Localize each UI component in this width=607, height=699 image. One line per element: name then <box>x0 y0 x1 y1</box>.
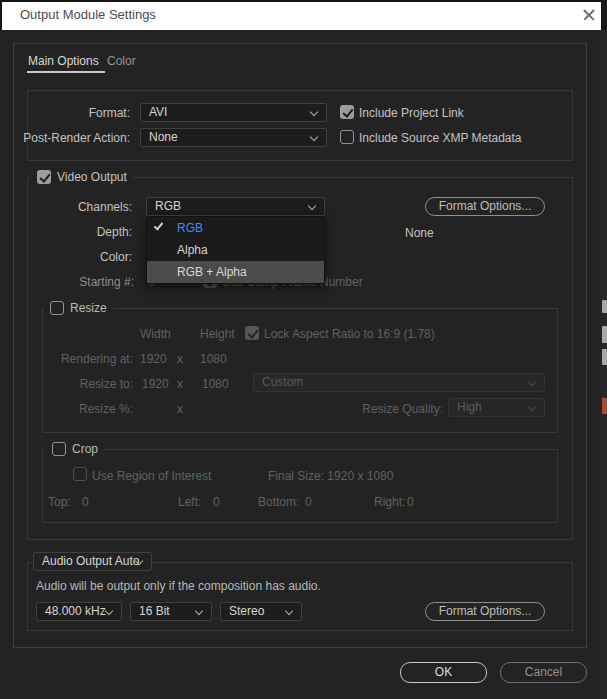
background-fragment <box>602 300 607 313</box>
crop-top-label: Top: <box>48 495 71 509</box>
close-icon[interactable] <box>581 7 598 24</box>
depth-label: Depth: <box>60 225 132 239</box>
lock-aspect-label: Lock Aspect Ratio to 16:9 (1.78) <box>264 327 435 341</box>
chevron-down-icon <box>308 202 316 210</box>
dimension-separator: x <box>177 402 183 416</box>
crop-bottom-label: Bottom: <box>258 495 299 509</box>
video-output-legend: Video Output <box>31 169 133 185</box>
audio-note: Audio will be output only if the composi… <box>36 579 321 593</box>
crop-checkbox[interactable] <box>52 442 66 456</box>
crop-right-value: 0 <box>407 495 414 509</box>
final-size-text: Final Size: 1920 x 1080 <box>268 469 393 483</box>
crop-right-label: Right: <box>374 495 405 509</box>
audio-output-mode-value: Audio Output Auto <box>42 554 139 568</box>
resize-to-label: Resize to: <box>43 377 133 391</box>
audio-channels-value: Stereo <box>229 604 264 618</box>
tab-main-options-underline <box>27 71 105 73</box>
crop-label: Crop <box>72 442 98 456</box>
resize-quality-select: High <box>448 398 545 417</box>
sample-rate-select[interactable]: 48.000 kHz <box>36 602 122 621</box>
video-output-label: Video Output <box>57 170 127 184</box>
post-render-action-select[interactable]: None <box>140 128 327 147</box>
crop-left-label: Left: <box>178 495 201 509</box>
bit-depth-select[interactable]: 16 Bit <box>130 602 212 621</box>
chevron-down-icon <box>528 403 536 411</box>
use-roi-checkbox <box>73 467 87 481</box>
menu-item-alpha[interactable]: Alpha <box>147 239 324 261</box>
resize-preset-select: Custom <box>253 373 545 392</box>
channels-dropdown-menu: RGB Alpha RGB + Alpha <box>146 216 325 284</box>
background-fragment <box>602 326 607 343</box>
channels-select[interactable]: RGB <box>146 197 325 216</box>
check-icon <box>154 220 164 230</box>
rendering-width-value: 1920 <box>140 352 167 366</box>
width-header: Width <box>140 327 171 341</box>
rendering-height-value: 1080 <box>200 352 227 366</box>
dimension-separator: x <box>177 352 183 366</box>
background-fragment-orange <box>602 398 607 414</box>
menu-item-label: Alpha <box>177 243 208 257</box>
resize-width-value: 1920 <box>142 377 169 391</box>
height-header: Height <box>200 327 235 341</box>
crop-left-value: 0 <box>213 495 220 509</box>
chevron-down-icon <box>105 607 113 615</box>
audio-format-options-button[interactable]: Format Options... <box>425 602 545 621</box>
chevron-down-icon <box>528 378 536 386</box>
resize-checkbox[interactable] <box>50 301 64 315</box>
include-project-link-checkbox[interactable] <box>340 105 354 119</box>
starting-number-label: Starting #: <box>50 275 134 289</box>
crop-legend: Crop <box>46 441 104 457</box>
use-roi-label: Use Region of Interest <box>92 469 211 483</box>
chevron-down-icon <box>195 607 203 615</box>
include-project-link-label: Include Project Link <box>359 106 464 120</box>
tab-main-options[interactable]: Main Options <box>28 54 99 68</box>
audio-output-mode-select[interactable]: Audio Output Auto <box>33 552 152 571</box>
chevron-down-icon <box>310 108 318 116</box>
channels-label: Channels: <box>50 200 132 214</box>
menu-item-rgb-alpha[interactable]: RGB + Alpha <box>147 261 324 283</box>
rendering-at-label: Rendering at: <box>43 352 133 366</box>
chevron-down-icon <box>310 133 318 141</box>
channels-value: RGB <box>155 199 181 213</box>
resize-preset-value: Custom <box>262 375 303 389</box>
post-render-action-value: None <box>149 130 178 144</box>
dialog-title: Output Module Settings <box>20 7 156 22</box>
dimension-separator: x <box>177 377 183 391</box>
cancel-button[interactable]: Cancel <box>500 662 587 683</box>
lock-aspect-checkbox <box>245 326 259 340</box>
depth-right-text: None <box>405 226 434 240</box>
ok-button[interactable]: OK <box>400 662 487 683</box>
include-xmp-checkbox[interactable] <box>340 130 354 144</box>
output-module-settings-dialog: Output Module Settings Main Options Colo… <box>0 0 607 699</box>
menu-item-label: RGB <box>177 221 203 235</box>
crop-top-value: 0 <box>82 495 89 509</box>
resize-quality-label: Resize Quality: <box>343 402 443 416</box>
crop-bottom-value: 0 <box>305 495 312 509</box>
include-xmp-label: Include Source XMP Metadata <box>359 131 522 145</box>
color-label: Color: <box>60 250 132 264</box>
video-output-checkbox[interactable] <box>37 170 51 184</box>
video-format-options-button[interactable]: Format Options... <box>425 197 545 216</box>
resize-label: Resize <box>70 301 107 315</box>
tab-color[interactable]: Color <box>107 54 136 68</box>
format-select[interactable]: AVI <box>140 103 327 122</box>
resize-percent-label: Resize %: <box>43 402 133 416</box>
background-app-edge-top <box>601 0 607 30</box>
format-group <box>27 90 573 161</box>
bit-depth-value: 16 Bit <box>139 604 170 618</box>
chevron-down-icon <box>285 607 293 615</box>
resize-height-value: 1080 <box>202 377 229 391</box>
audio-channels-select[interactable]: Stereo <box>220 602 302 621</box>
format-label: Format: <box>30 106 130 120</box>
resize-legend: Resize <box>44 300 113 316</box>
resize-quality-value: High <box>457 400 482 414</box>
post-render-action-label: Post-Render Action: <box>20 131 130 145</box>
menu-item-rgb[interactable]: RGB <box>147 217 324 239</box>
menu-item-label: RGB + Alpha <box>177 265 247 279</box>
format-value: AVI <box>149 105 167 119</box>
sample-rate-value: 48.000 kHz <box>45 604 106 618</box>
crop-group <box>42 449 558 523</box>
background-fragment <box>602 349 607 365</box>
